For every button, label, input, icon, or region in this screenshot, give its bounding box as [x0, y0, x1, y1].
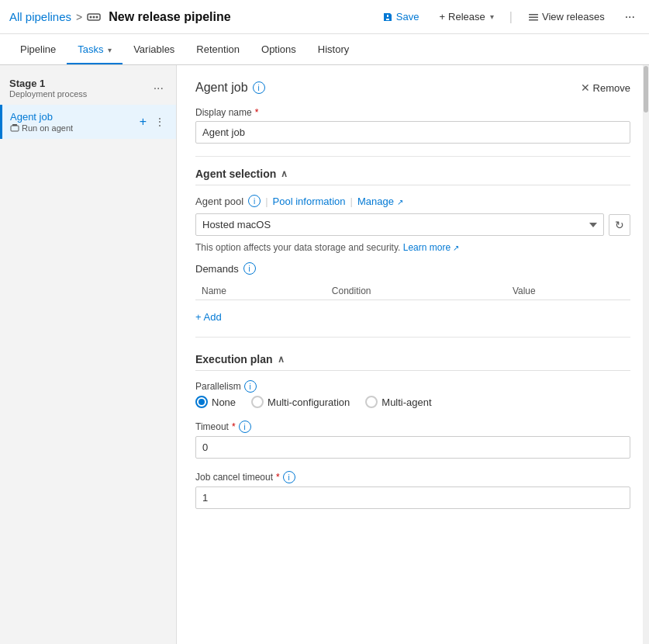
execution-plan-title: Execution plan — [195, 353, 273, 365]
agent-job-section-header: Agent job i ✕ Remove — [195, 81, 630, 95]
display-name-input[interactable] — [195, 121, 630, 144]
display-name-group: Display name * — [195, 107, 630, 144]
remove-label: Remove — [593, 82, 630, 94]
svg-point-2 — [93, 16, 95, 18]
all-pipelines-link[interactable]: All pipelines — [9, 10, 71, 23]
hint-text: This option affects your data storage an… — [195, 242, 630, 253]
tab-bar: Pipeline Tasks ▾ Variables Retention Opt… — [0, 34, 649, 65]
execution-plan-section: Execution plan ∧ Parallelism i None — [195, 353, 630, 509]
view-releases-label: View releases — [542, 11, 605, 23]
parallelism-info-icon[interactable]: i — [244, 380, 257, 393]
tab-options[interactable]: Options — [250, 36, 307, 64]
save-label: Save — [396, 11, 419, 23]
sidebar: Stage 1 Deployment process ··· Agent job… — [0, 65, 177, 644]
radio-multi-config[interactable]: Multi-configuration — [251, 396, 350, 408]
agent-selection-header[interactable]: Agent selection ∧ — [195, 168, 630, 185]
agent-pool-dropdown-row: Hosted macOS ↻ — [195, 213, 630, 236]
breadcrumb-separator: > — [76, 11, 82, 23]
separator-1: | — [509, 10, 513, 24]
save-button[interactable]: Save — [378, 8, 424, 26]
radio-none-circle — [195, 396, 208, 408]
radio-group: None Multi-configuration Multi-agent — [195, 396, 630, 408]
svg-rect-4 — [529, 14, 538, 16]
pipeline-icon — [87, 10, 101, 24]
execution-plan-collapse-icon: ∧ — [278, 354, 285, 365]
svg-rect-5 — [529, 16, 538, 18]
agent-selection-collapse-icon: ∧ — [281, 168, 288, 179]
timeout-required-star: * — [232, 421, 236, 432]
pool-information-link[interactable]: Pool information — [273, 196, 346, 207]
breadcrumb: All pipelines > New release pipeline — [9, 10, 378, 24]
job-cancel-timeout-input[interactable] — [195, 486, 630, 509]
demands-header-row: Name Condition Value — [195, 282, 630, 300]
agent-pool-row: Agent pool i | Pool information | Manage… — [195, 195, 630, 207]
timeout-info-icon[interactable]: i — [239, 421, 251, 433]
stage-title: Stage 1 — [9, 78, 150, 89]
agent-selection-section: Agent selection ∧ Agent pool i | Pool in… — [195, 168, 630, 326]
scrollbar-thumb[interactable] — [644, 66, 648, 113]
refresh-icon: ↻ — [615, 219, 624, 231]
demands-col-value: Value — [506, 282, 630, 300]
agent-pool-info-icon[interactable]: i — [248, 195, 261, 207]
radio-multi-agent-circle — [365, 396, 378, 408]
agent-job-info-icon[interactable]: i — [253, 81, 265, 94]
agent-job-add-button[interactable]: + — [138, 113, 148, 130]
manage-link[interactable]: Manage ↗ — [357, 196, 403, 207]
demands-col-condition: Condition — [326, 282, 506, 300]
stage-header-text: Stage 1 Deployment process — [9, 78, 150, 99]
radio-none-dot — [198, 399, 205, 405]
timeout-label: Timeout * i — [195, 421, 630, 433]
main-layout: Stage 1 Deployment process ··· Agent job… — [0, 65, 649, 644]
scrollbar[interactable] — [643, 65, 649, 644]
divider-2 — [195, 337, 630, 338]
agent-job-row[interactable]: Agent job Run on agent + ⋮ — [0, 105, 176, 139]
tab-tasks[interactable]: Tasks ▾ — [67, 36, 123, 64]
radio-multi-agent[interactable]: Multi-agent — [365, 396, 431, 408]
agent-job-info: Agent job Run on agent — [10, 111, 138, 133]
release-label: Release — [448, 11, 485, 23]
external-link-icon: ↗ — [397, 198, 403, 206]
learn-more-link[interactable]: Learn more ↗ — [403, 242, 460, 253]
release-button[interactable]: + Release ▾ — [435, 8, 499, 26]
stage-more-button[interactable]: ··· — [150, 80, 167, 97]
required-star: * — [255, 107, 259, 118]
parallelism-label: Parallelism i — [195, 380, 630, 393]
radio-multi-config-circle — [251, 396, 264, 408]
tab-variables[interactable]: Variables — [123, 36, 185, 64]
refresh-pool-button[interactable]: ↻ — [609, 214, 630, 236]
demands-info-icon[interactable]: i — [243, 262, 256, 275]
agent-job-sub: Run on agent — [10, 123, 138, 133]
add-demand-button[interactable]: + Add — [195, 308, 222, 326]
view-releases-button[interactable]: View releases — [523, 8, 609, 26]
execution-plan-header[interactable]: Execution plan ∧ — [195, 353, 630, 371]
more-options-button[interactable]: ··· — [620, 7, 640, 27]
radio-none[interactable]: None — [195, 396, 236, 408]
radio-multi-config-label: Multi-configuration — [268, 396, 350, 408]
tab-retention[interactable]: Retention — [185, 36, 250, 64]
timeout-input[interactable] — [195, 436, 630, 459]
agent-pool-select[interactable]: Hosted macOS — [195, 213, 604, 236]
agent-job-more-button[interactable]: ⋮ — [151, 114, 168, 130]
svg-rect-6 — [529, 19, 538, 21]
learn-more-external-icon: ↗ — [453, 244, 459, 252]
agent-job-name: Agent job — [10, 111, 138, 123]
plus-icon: + — [440, 11, 446, 23]
tab-pipeline[interactable]: Pipeline — [9, 36, 67, 64]
job-cancel-info-icon[interactable]: i — [283, 471, 295, 483]
stage-subtitle: Deployment process — [9, 89, 150, 99]
svg-point-3 — [96, 16, 98, 18]
demands-col-name: Name — [195, 282, 326, 300]
remove-button[interactable]: ✕ Remove — [581, 81, 630, 94]
top-bar: All pipelines > New release pipeline Sav… — [0, 0, 649, 34]
agent-selection-title: Agent selection — [195, 168, 276, 180]
tab-history[interactable]: History — [307, 36, 360, 64]
svg-rect-7 — [11, 126, 19, 131]
agent-job-actions: + ⋮ — [138, 113, 168, 130]
job-cancel-required-star: * — [276, 472, 280, 483]
pipeline-title: New release pipeline — [109, 10, 230, 24]
display-name-label: Display name * — [195, 107, 630, 118]
demands-table: Name Condition Value — [195, 282, 630, 300]
remove-x-icon: ✕ — [581, 81, 590, 94]
svg-point-1 — [90, 16, 92, 18]
release-dropdown-icon: ▾ — [490, 12, 494, 21]
